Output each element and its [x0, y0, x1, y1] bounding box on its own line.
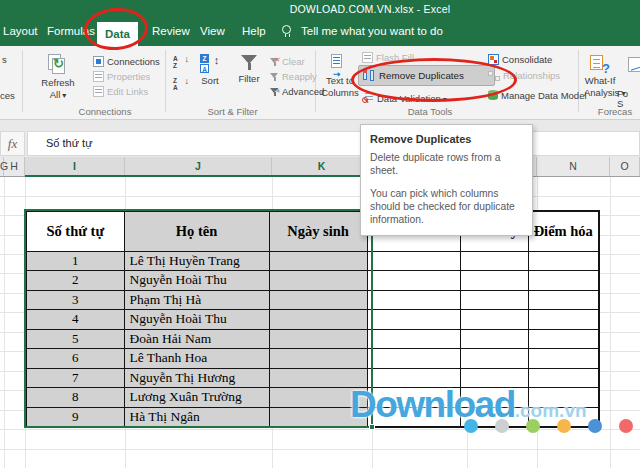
clear-filter-icon: ✕	[270, 58, 279, 67]
watermark-brand: Download	[350, 384, 515, 425]
formula-input[interactable]: Số thứ tự	[27, 131, 640, 156]
sort-icon: ZA↕	[200, 54, 220, 74]
formula-bar: fx Số thứ tự	[0, 120, 640, 157]
column-header-n[interactable]: N	[537, 157, 610, 176]
forecast-group-label: Forecas	[590, 106, 640, 117]
what-if-analysis-icon: ?	[590, 54, 610, 74]
sort-button[interactable]: ZA↕ Sort	[196, 54, 224, 86]
tab-view[interactable]: View	[200, 25, 225, 37]
excel-window: DOWLOAD.COM.VN.xlsx - Excel Layout Formu…	[0, 0, 640, 468]
remove-duplicates-tooltip: Remove Duplicates Delete duplicate rows …	[360, 124, 533, 236]
watermark-dot	[526, 419, 540, 433]
sort-za-button[interactable]: ZA↓	[173, 77, 189, 91]
window-title: DOWLOAD.COM.VN.xlsx - Excel	[240, 3, 500, 15]
connections-button[interactable]: Connections	[93, 56, 160, 67]
tooltip-body: You can pick which columns should be che…	[370, 187, 524, 226]
lightbulb-icon	[282, 25, 291, 34]
tooltip-title: Remove Duplicates	[370, 133, 524, 145]
sort-az-button[interactable]: AZ↓	[173, 55, 189, 69]
data-tools-group-label: Data Tools	[380, 106, 480, 117]
tab-help[interactable]: Help	[242, 25, 266, 37]
header-cell-diemhoa[interactable]: Điểm hóa	[528, 211, 599, 251]
reapply-icon	[270, 73, 279, 82]
column-header-i[interactable]: I	[25, 157, 125, 176]
watermark-dot	[495, 419, 509, 433]
column-header-j[interactable]: J	[125, 157, 272, 176]
watermark-dot	[588, 419, 602, 433]
fx-icon[interactable]: fx	[0, 131, 25, 156]
text-to-columns-icon: ⇢	[330, 54, 350, 74]
filter-button[interactable]: Filter	[234, 54, 264, 84]
selection-range-border	[24, 209, 373, 428]
clipped-ribbon-text: s	[2, 54, 7, 65]
forecast-sheet-icon	[628, 56, 640, 76]
watermark-dot	[557, 419, 571, 433]
advanced-filter-icon: ✎	[270, 88, 279, 97]
connections-icon	[93, 56, 104, 67]
edit-links-icon	[93, 86, 104, 97]
ribbon: s ces ↻ Refresh All Connections Properti…	[0, 46, 640, 120]
tab-review[interactable]: Review	[152, 25, 190, 37]
refresh-all-icon: ↻	[48, 54, 68, 76]
consolidate-button[interactable]: Consolidate	[488, 54, 552, 65]
refresh-all-button[interactable]: ↻ Refresh All	[38, 54, 78, 101]
watermark-dot	[464, 419, 478, 433]
sort-filter-group-label: Sort & Filter	[180, 106, 285, 117]
edit-links-button: Edit Links	[93, 86, 148, 97]
properties-button: Properties	[93, 71, 150, 82]
properties-icon	[93, 71, 104, 82]
tooltip-body: Delete duplicate rows from a sheet.	[370, 151, 524, 177]
filter-icon	[241, 54, 257, 72]
watermark-dot	[619, 419, 633, 433]
connections-group-label: Connections	[45, 106, 165, 117]
column-header-h[interactable]: H	[4, 157, 25, 176]
advanced-filter-button[interactable]: ✎Advanced	[270, 86, 324, 97]
group-separator	[578, 50, 579, 112]
column-header-k[interactable]: K	[272, 157, 372, 176]
red-circle-remove-duplicates	[351, 58, 517, 102]
flash-fill-icon	[362, 52, 373, 63]
group-separator	[165, 50, 166, 112]
group-separator	[22, 50, 23, 112]
tell-me-box[interactable]: Tell me what you want to do	[301, 25, 443, 37]
what-if-analysis-button[interactable]: ? What-If Analysis	[584, 54, 616, 99]
column-header-row: G H I J K L M N O	[0, 157, 640, 177]
watermark-suffix: .com.vn	[515, 400, 587, 421]
column-header-o[interactable]: O	[610, 157, 640, 176]
clear-filter-button: ✕Clear	[270, 56, 305, 67]
tab-layout[interactable]: Layout	[3, 25, 38, 37]
clipped-ribbon-text: ces	[0, 90, 15, 101]
reapply-button: Reapply	[270, 71, 317, 82]
